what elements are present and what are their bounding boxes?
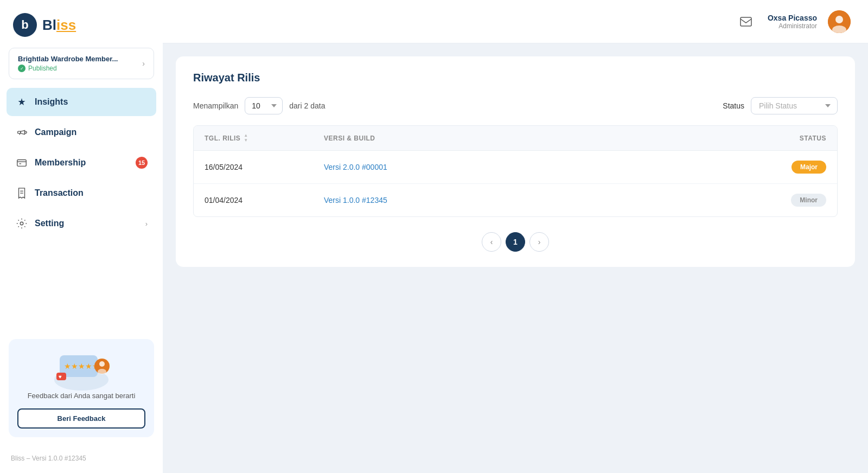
setting-arrow-icon: ›	[145, 220, 148, 228]
sidebar-item-transaction[interactable]: Transaction	[7, 179, 156, 207]
page-title: Riwayat Rilis	[193, 72, 838, 84]
workspace-info: Brightlab Wardrobe Member... Published	[18, 55, 118, 72]
svg-point-2	[25, 131, 27, 133]
row2-version: Versi 1.0.0 #12345	[324, 195, 718, 205]
sidebar-item-insights-label: Insights	[35, 97, 148, 107]
feedback-illustration: ★★★★★ ♥	[49, 350, 114, 391]
user-name: Oxsa Picasso	[768, 14, 817, 22]
release-table: TGL. RILIS ▲ ▼ VERSI & BUILD STATUS	[193, 125, 838, 217]
feedback-section: ★★★★★ ♥ Feedback dari Anda sangat berart…	[9, 339, 154, 438]
sidebar: b Bliss Brightlab Wardrobe Member... Pub…	[0, 0, 163, 473]
card-icon	[15, 156, 28, 169]
status-filter-select[interactable]: Pilih Status Major Minor	[751, 97, 838, 114]
svg-rect-1	[18, 131, 21, 133]
nav-section: Insights Campaign	[0, 88, 163, 333]
row1-version: Versi 2.0.0 #00001	[324, 162, 718, 172]
sidebar-item-insights[interactable]: Insights	[7, 88, 156, 116]
per-page-select[interactable]: 10 25 50	[245, 97, 283, 114]
status-filter-label: Status	[723, 101, 744, 110]
sidebar-item-setting[interactable]: Setting ›	[7, 209, 156, 238]
pagination: ‹ 1 ›	[193, 232, 838, 252]
logo-icon: b	[13, 13, 37, 37]
main-area: Oxsa Picasso Administrator Riwayat Rilis…	[163, 0, 868, 473]
page-1-button[interactable]: 1	[506, 232, 525, 252]
table-header: TGL. RILIS ▲ ▼ VERSI & BUILD STATUS	[194, 126, 837, 151]
logo-container: b Bliss	[0, 0, 163, 48]
mail-icon[interactable]	[735, 11, 757, 33]
th-status: STATUS	[718, 133, 826, 143]
svg-point-16	[98, 369, 106, 374]
workspace-arrow-icon: ›	[142, 59, 145, 68]
sort-icon[interactable]: ▲ ▼	[244, 133, 248, 143]
workspace-name: Brightlab Wardrobe Member...	[18, 55, 118, 63]
published-dot	[18, 65, 25, 72]
svg-point-19	[835, 16, 843, 23]
user-role: Administrator	[778, 22, 817, 30]
sidebar-item-membership-label: Membership	[35, 158, 129, 168]
row1-version-link[interactable]: Versi 2.0.0 #00001	[324, 163, 387, 171]
svg-text:♥: ♥	[59, 374, 62, 380]
logo-text: Bliss	[42, 17, 76, 34]
th-date: TGL. RILIS ▲ ▼	[205, 133, 324, 143]
megaphone-icon	[15, 126, 28, 139]
svg-rect-17	[741, 17, 751, 26]
row2-version-link[interactable]: Versi 1.0.0 #12345	[324, 196, 387, 204]
filter-data-text: dari 2 data	[289, 101, 325, 110]
row1-status: Major	[718, 161, 826, 174]
workspace-card[interactable]: Brightlab Wardrobe Member... Published ›	[9, 48, 154, 79]
next-page-button[interactable]: ›	[529, 232, 549, 252]
receipt-icon	[15, 187, 28, 200]
svg-point-15	[99, 361, 105, 367]
feedback-button[interactable]: Beri Feedback	[17, 408, 145, 429]
main-card: Riwayat Rilis Menampilkan 10 25 50 dari …	[176, 56, 855, 267]
filter-bar: Menampilkan 10 25 50 dari 2 data Status …	[193, 97, 838, 114]
user-info: Oxsa Picasso Administrator	[768, 14, 817, 30]
sparkle-icon	[15, 95, 28, 108]
svg-text:★★★★★: ★★★★★	[64, 362, 99, 370]
table-row: 01/04/2024 Versi 1.0.0 #12345 Minor	[194, 184, 837, 216]
feedback-text: Feedback dari Anda sangat berarti	[28, 391, 136, 401]
sidebar-item-campaign-label: Campaign	[35, 127, 148, 137]
sidebar-item-setting-label: Setting	[35, 219, 139, 228]
minor-badge: Minor	[791, 194, 826, 207]
sidebar-footer: Bliss – Versi 1.0.0 #12345	[0, 448, 163, 473]
svg-point-8	[20, 222, 23, 225]
user-avatar[interactable]	[828, 10, 851, 33]
gear-icon	[15, 217, 28, 230]
table-row: 16/05/2024 Versi 2.0.0 #00001 Major	[194, 151, 837, 184]
workspace-status-label: Published	[28, 65, 57, 72]
th-version: VERSI & BUILD	[324, 133, 718, 143]
filter-label: Menampilkan	[193, 101, 238, 110]
membership-badge: 15	[136, 157, 148, 169]
sidebar-item-transaction-label: Transaction	[35, 188, 148, 198]
footer-version: Bliss – Versi 1.0.0 #12345	[11, 455, 86, 462]
row2-date: 01/04/2024	[205, 196, 324, 204]
major-badge: Major	[792, 161, 826, 174]
workspace-status: Published	[18, 65, 118, 72]
content-area: Riwayat Rilis Menampilkan 10 25 50 dari …	[163, 43, 868, 473]
prev-page-button[interactable]: ‹	[482, 232, 501, 252]
filter-left: Menampilkan 10 25 50 dari 2 data	[193, 97, 325, 114]
filter-right: Status Pilih Status Major Minor	[723, 97, 838, 114]
row2-status: Minor	[718, 194, 826, 207]
svg-rect-3	[17, 160, 27, 167]
row1-date: 16/05/2024	[205, 163, 324, 171]
sidebar-item-membership[interactable]: Membership 15	[7, 149, 156, 177]
topbar: Oxsa Picasso Administrator	[163, 0, 868, 43]
sidebar-item-campaign[interactable]: Campaign	[7, 118, 156, 146]
